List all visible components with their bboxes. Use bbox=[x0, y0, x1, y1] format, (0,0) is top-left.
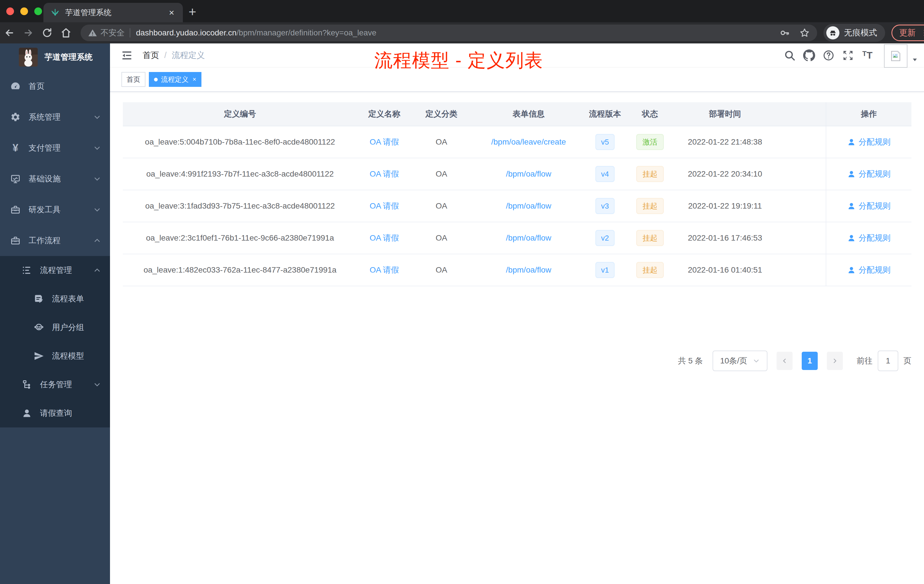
sidebar-item-process-model[interactable]: 流程模型 bbox=[0, 342, 110, 370]
fullscreen-icon[interactable] bbox=[838, 49, 858, 61]
sidebar-item-home[interactable]: 首页 bbox=[0, 71, 110, 102]
assign-rule-button[interactable]: 分配规则 bbox=[847, 201, 891, 211]
goto-page-input[interactable] bbox=[878, 351, 898, 371]
browser-toolbar: 不安全 dashboard.yudao.iocoder.cn/bpm/manag… bbox=[0, 22, 924, 43]
sidebar-item-label: 系统管理 bbox=[28, 112, 93, 122]
bookmark-star-icon[interactable] bbox=[799, 28, 810, 38]
reload-icon[interactable] bbox=[38, 27, 56, 38]
definition-name-link[interactable]: OA 请假 bbox=[370, 201, 399, 210]
chevron-down-icon bbox=[93, 144, 101, 152]
address-bar[interactable]: 不安全 dashboard.yudao.iocoder.cn/bpm/manag… bbox=[81, 25, 817, 41]
form-doc-icon bbox=[34, 294, 44, 304]
assign-rule-label: 分配规则 bbox=[858, 137, 891, 147]
github-icon[interactable] bbox=[799, 49, 819, 61]
avatar-broken-image-icon[interactable] bbox=[884, 44, 908, 68]
tag-close-icon[interactable]: × bbox=[193, 76, 196, 83]
next-page-button[interactable] bbox=[827, 352, 843, 370]
deploy-time: 2022-01-22 20:34:10 bbox=[676, 170, 774, 178]
tab-close-icon[interactable]: × bbox=[168, 8, 175, 17]
sidebar-item-label: 支付管理 bbox=[28, 143, 93, 153]
assign-rule-label: 分配规则 bbox=[858, 233, 891, 243]
form-link[interactable]: /bpm/oa/leave/create bbox=[491, 137, 566, 146]
search-icon[interactable] bbox=[780, 49, 799, 61]
sidebar-item-dev-tools[interactable]: 研发工具 bbox=[0, 194, 110, 225]
sidebar-item-label: 流程管理 bbox=[40, 265, 93, 276]
breadcrumb-current: 流程定义 bbox=[172, 50, 205, 61]
sidebar-item-workflow[interactable]: 工作流程 bbox=[0, 225, 110, 256]
assign-rule-button[interactable]: 分配规则 bbox=[847, 137, 891, 147]
breadcrumb-home[interactable]: 首页 bbox=[143, 50, 159, 61]
sidebar-item-label: 任务管理 bbox=[40, 379, 93, 390]
password-key-icon[interactable] bbox=[779, 28, 790, 38]
deploy-time: 2022-01-16 17:46:53 bbox=[676, 233, 774, 243]
status-badge: 挂起 bbox=[636, 166, 664, 182]
tag-process-definition[interactable]: 流程定义 × bbox=[149, 72, 201, 87]
column-header: 表单信息 bbox=[472, 109, 586, 119]
chevron-down-icon bbox=[93, 381, 101, 388]
column-header: 定义分类 bbox=[411, 109, 472, 119]
form-link[interactable]: /bpm/oa/flow bbox=[506, 170, 551, 178]
sidebar-item-process-management[interactable]: 流程管理 bbox=[0, 256, 110, 285]
url-host: dashboard.yudao.iocoder.cn bbox=[136, 28, 237, 38]
sidebar-item-leave-query[interactable]: 请假查询 bbox=[0, 399, 110, 427]
user-group-icon bbox=[34, 322, 44, 333]
chevron-down-icon bbox=[93, 206, 101, 213]
avatar-caret-down-icon[interactable] bbox=[911, 56, 918, 63]
sidebar-item-process-form[interactable]: 流程表单 bbox=[0, 285, 110, 313]
insecure-label[interactable]: 不安全 bbox=[101, 27, 125, 38]
close-window-button[interactable] bbox=[6, 7, 14, 15]
status-badge: 挂起 bbox=[636, 230, 664, 246]
sidebar-item-user-group[interactable]: 用户分组 bbox=[0, 313, 110, 342]
definition-name-link[interactable]: OA 请假 bbox=[370, 170, 399, 178]
dashboard-icon bbox=[10, 81, 21, 91]
definition-id: oa_leave:2:3c1f0ef1-76b1-11ec-9c66-a2380… bbox=[123, 233, 357, 243]
tag-label: 首页 bbox=[127, 75, 140, 84]
browser-tab[interactable]: 芋道管理系统 × bbox=[43, 3, 183, 22]
forward-icon[interactable] bbox=[19, 27, 38, 38]
goto-page-group: 前往 页 bbox=[856, 351, 911, 371]
form-link[interactable]: /bpm/oa/flow bbox=[506, 266, 551, 274]
prev-page-button[interactable] bbox=[777, 352, 792, 370]
table-row: oa_leave:3:1fad3d93-7b75-11ec-a3c8-acde4… bbox=[123, 190, 911, 222]
assign-rule-button[interactable]: 分配规则 bbox=[847, 265, 891, 276]
back-icon[interactable] bbox=[0, 27, 19, 38]
home-icon[interactable] bbox=[56, 27, 76, 38]
incognito-icon bbox=[826, 26, 840, 40]
column-header: 定义名称 bbox=[357, 109, 411, 119]
yen-icon: ¥ bbox=[10, 143, 21, 153]
assign-rule-button[interactable]: 分配规则 bbox=[847, 233, 891, 243]
form-link[interactable]: /bpm/oa/flow bbox=[506, 201, 551, 210]
page-number-1[interactable]: 1 bbox=[802, 352, 818, 370]
assign-rule-button[interactable]: 分配规则 bbox=[847, 168, 891, 180]
zoom-window-button[interactable] bbox=[34, 7, 42, 15]
definition-name-link[interactable]: OA 请假 bbox=[370, 137, 399, 146]
page-size-select[interactable]: 10条/页 bbox=[713, 351, 767, 371]
definition-name-link[interactable]: OA 请假 bbox=[370, 233, 399, 242]
help-icon[interactable] bbox=[819, 49, 838, 61]
version-badge: v1 bbox=[596, 262, 615, 278]
tag-home[interactable]: 首页 bbox=[121, 72, 145, 87]
browser-update-button[interactable]: 更新 bbox=[891, 25, 924, 41]
sidebar-item-label: 研发工具 bbox=[28, 204, 93, 215]
new-tab-button[interactable]: + bbox=[188, 5, 196, 18]
tag-active-dot bbox=[154, 78, 158, 81]
sidebar-fold-icon[interactable] bbox=[121, 49, 133, 61]
tag-label: 流程定义 bbox=[161, 75, 188, 84]
sidebar-item-payment[interactable]: ¥ 支付管理 bbox=[0, 133, 110, 163]
sidebar-item-task-management[interactable]: 任务管理 bbox=[0, 370, 110, 399]
table-row: oa_leave:4:991f2193-7b7f-11ec-a3c8-acde4… bbox=[123, 158, 911, 190]
minimize-window-button[interactable] bbox=[20, 7, 28, 15]
user-icon bbox=[847, 170, 856, 178]
browser-menu-dots-icon[interactable] bbox=[920, 28, 924, 37]
screen: 芋道管理系统 × + 不安全 d bbox=[0, 0, 924, 584]
definition-name-link[interactable]: OA 请假 bbox=[370, 266, 399, 274]
font-size-icon[interactable]: TT bbox=[858, 50, 877, 61]
chevron-up-icon bbox=[93, 237, 101, 244]
table-header-row: 定义编号 定义名称 定义分类 表单信息 流程版本 状态 部署时间 操作 bbox=[123, 102, 911, 126]
form-link[interactable]: /bpm/oa/flow bbox=[506, 233, 551, 242]
sidebar-item-system[interactable]: 系统管理 bbox=[0, 102, 110, 133]
security-warning-icon bbox=[88, 28, 97, 38]
select-caret-icon bbox=[753, 358, 760, 364]
sidebar-item-infrastructure[interactable]: 基础设施 bbox=[0, 163, 110, 194]
sidebar-item-label: 流程模型 bbox=[52, 351, 110, 361]
